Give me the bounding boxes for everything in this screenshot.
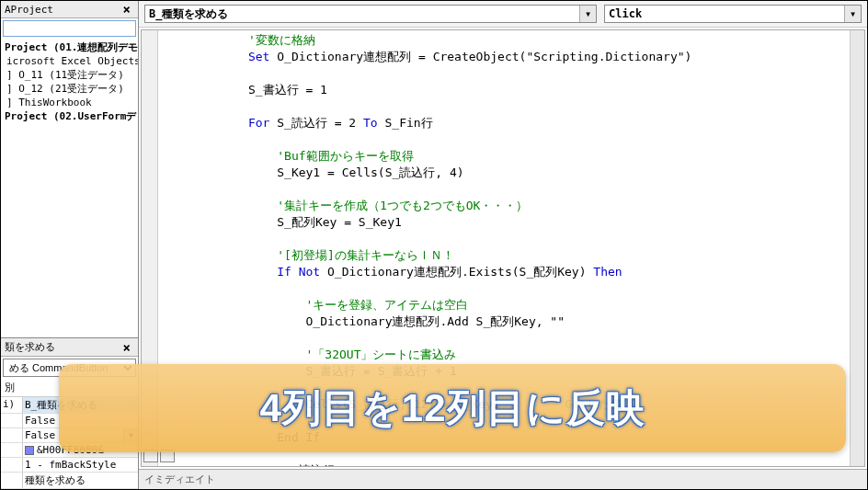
object-selector-combo[interactable]: B_種類を求める ▾ (144, 5, 597, 23)
property-value[interactable]: 1 - fmBackStyle (23, 458, 138, 472)
tree-item[interactable]: ] ThisWorkbook (1, 96, 138, 109)
procedure-selector-value: Click (609, 7, 642, 20)
property-key (1, 458, 23, 472)
property-key: i) (1, 397, 23, 413)
procedure-selector-combo[interactable]: Click ▾ (604, 5, 862, 23)
object-selector-value: B_種類を求める (149, 6, 228, 22)
annotation-text: 4列目を12列目に反映 (259, 382, 645, 434)
chevron-down-icon[interactable]: ▾ (844, 6, 861, 22)
property-key (1, 414, 23, 427)
close-icon[interactable]: × (120, 3, 134, 16)
tree-item[interactable]: Project (02.UserFormデ (1, 109, 138, 123)
close-icon[interactable]: × (120, 341, 134, 354)
property-key (1, 443, 23, 457)
color-chip-icon (25, 446, 34, 455)
project-search-input[interactable] (3, 20, 136, 37)
properties-header: 類を求める × (1, 338, 138, 357)
immediate-label: イミディエイト (144, 473, 215, 485)
project-pane-title: AProject (5, 4, 53, 16)
tree-item[interactable]: ] O_12 (21受注データ) (1, 82, 138, 96)
property-row[interactable]: 種類を求める (1, 473, 138, 489)
property-value[interactable]: 種類を求める (23, 473, 138, 488)
tree-item[interactable]: ] O_11 (11受注データ) (1, 68, 138, 82)
chevron-down-icon[interactable]: ▾ (579, 6, 596, 22)
annotation-banner: 4列目を12列目に反映 (59, 364, 846, 452)
property-row[interactable]: 1 - fmBackStyle (1, 458, 138, 473)
code-selectors: B_種類を求める ▾ Click ▾ (139, 1, 867, 28)
tree-item[interactable]: icrosoft Excel Objects (1, 54, 138, 68)
property-key (1, 473, 23, 488)
vertical-scrollbar[interactable] (850, 30, 864, 466)
project-pane-header: AProject × (1, 1, 138, 18)
immediate-window-header[interactable]: イミディエイト (139, 469, 867, 489)
tree-item[interactable]: Project (01.連想配列デモ (1, 40, 138, 54)
property-key (1, 428, 23, 442)
properties-title: 類を求める (5, 340, 55, 354)
project-tree[interactable]: Project (01.連想配列デモicrosoft Excel Objects… (1, 39, 138, 125)
